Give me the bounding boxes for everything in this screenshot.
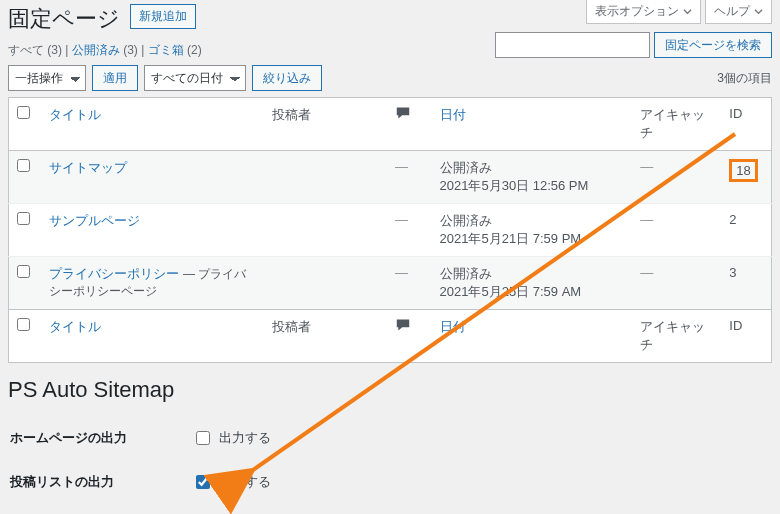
row-thumb: —: [640, 265, 653, 280]
filter-all-label: すべて: [8, 43, 44, 57]
row-comments: —: [395, 159, 408, 174]
row-id: 2: [721, 204, 771, 257]
col-title-sort[interactable]: タイトル: [49, 107, 101, 122]
row-comments: —: [395, 265, 408, 280]
posts-output-text: 出力する: [219, 473, 271, 491]
table-row: サンプルページ—公開済み2021年5月21日 7:59 PM—2: [9, 204, 772, 257]
row-comments: —: [395, 212, 408, 227]
row-datetime: 2021年5月25日 7:59 AM: [440, 283, 625, 301]
row-id: 3: [721, 257, 771, 310]
row-thumb: —: [640, 212, 653, 227]
bulk-action-select[interactable]: 一括操作: [8, 65, 86, 91]
settings-table: ホームページの出力 出力する 投稿リストの出力 出力する 固定ページリストの出力: [8, 415, 772, 514]
filter-published-link[interactable]: 公開済み: [72, 43, 120, 57]
select-all-top[interactable]: [17, 106, 30, 119]
chevron-down-icon: [683, 7, 692, 16]
col-id: ID: [721, 98, 771, 151]
filter-all-count: (3): [47, 43, 62, 57]
chevron-down-icon: [754, 7, 763, 16]
table-row: プライバシーポリシー — プライバシーポリシーページ—公開済み2021年5月25…: [9, 257, 772, 310]
help-button[interactable]: ヘルプ: [705, 0, 772, 24]
row-checkbox[interactable]: [17, 265, 30, 278]
item-count: 3個の項目: [717, 70, 772, 87]
col-thumb: アイキャッチ: [632, 98, 721, 151]
date-filter-select[interactable]: すべての日付: [144, 65, 246, 91]
filter-trash-link[interactable]: ゴミ箱: [148, 43, 184, 57]
pages-output-label: 固定ページリストの出力: [10, 505, 190, 514]
col-date-sort[interactable]: 日付: [440, 107, 466, 122]
filter-trash-count: (2): [187, 43, 202, 57]
col-author: 投稿者: [264, 98, 387, 151]
pages-table: タイトル 投稿者 日付 アイキャッチ ID サイトマップ—公開済み2021年5月…: [8, 97, 772, 363]
comments-icon: [395, 320, 411, 335]
col-author-foot: 投稿者: [264, 310, 387, 363]
row-status: 公開済み: [440, 159, 625, 177]
row-checkbox[interactable]: [17, 212, 30, 225]
row-title-link[interactable]: サイトマップ: [49, 160, 127, 175]
row-checkbox[interactable]: [17, 159, 30, 172]
screen-options-button[interactable]: 表示オプション: [586, 0, 701, 24]
col-date-sort-foot[interactable]: 日付: [440, 319, 466, 334]
row-status: 公開済み: [440, 212, 625, 230]
row-thumb: —: [640, 159, 653, 174]
row-id: 18: [721, 151, 771, 204]
search-input[interactable]: [495, 32, 650, 58]
add-new-button[interactable]: 新規追加: [130, 4, 196, 29]
table-row: サイトマップ—公開済み2021年5月30日 12:56 PM—18: [9, 151, 772, 204]
col-id-foot: ID: [721, 310, 771, 363]
comments-icon: [395, 108, 411, 123]
settings-title: PS Auto Sitemap: [8, 377, 772, 403]
select-all-bottom[interactable]: [17, 318, 30, 331]
homepage-output-label: ホームページの出力: [10, 417, 190, 459]
filter-published-count: (3): [123, 43, 138, 57]
screen-options-label: 表示オプション: [595, 3, 679, 20]
homepage-output-wrap[interactable]: 出力する: [192, 428, 271, 448]
row-status: 公開済み: [440, 265, 625, 283]
row-datetime: 2021年5月21日 7:59 PM: [440, 230, 625, 248]
row-title-link[interactable]: サンプルページ: [49, 213, 140, 228]
posts-output-checkbox[interactable]: [196, 475, 210, 489]
help-label: ヘルプ: [714, 3, 750, 20]
page-title: 固定ページ: [8, 4, 120, 34]
row-datetime: 2021年5月30日 12:56 PM: [440, 177, 625, 195]
search-button[interactable]: 固定ページを検索: [654, 32, 772, 58]
col-thumb-foot: アイキャッチ: [632, 310, 721, 363]
homepage-output-checkbox[interactable]: [196, 431, 210, 445]
homepage-output-text: 出力する: [219, 429, 271, 447]
col-title-sort-foot[interactable]: タイトル: [49, 319, 101, 334]
filter-button[interactable]: 絞り込み: [252, 65, 322, 91]
apply-button[interactable]: 適用: [92, 65, 138, 91]
posts-output-wrap[interactable]: 出力する: [192, 472, 271, 492]
posts-output-label: 投稿リストの出力: [10, 461, 190, 503]
row-title-link[interactable]: プライバシーポリシー: [49, 266, 179, 281]
